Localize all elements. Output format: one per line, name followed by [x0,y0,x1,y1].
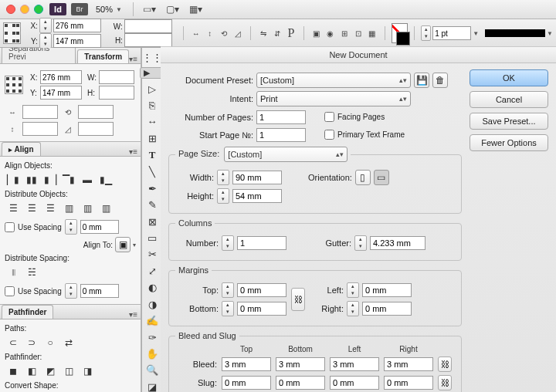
start-page-field[interactable] [256,128,306,142]
zoom-dropdown-icon[interactable]: ▼ [116,6,122,13]
panel-menu-icon[interactable]: ▾≡ [129,55,137,63]
dist-top-icon[interactable]: ☰ [6,202,20,215]
fill-frame-icon[interactable]: ▦ [366,25,378,41]
bleed-left-field[interactable] [330,357,379,371]
stroke-weight-field[interactable] [432,26,471,40]
bleed-right-field[interactable] [384,357,433,371]
panel-x-field[interactable] [40,70,82,84]
scale-x-icon[interactable]: ↔ [190,25,202,41]
preset-select[interactable]: [Custom]▴▾ [256,73,411,88]
tab-separations[interactable]: Separations Previ [2,48,76,63]
ref-point-icon[interactable] [5,76,23,94]
margin-right-field[interactable] [362,302,412,316]
ok-button[interactable]: OK [470,69,548,86]
gradient-feather-icon[interactable]: ◑ [143,297,161,310]
panel-y-field[interactable] [40,86,82,100]
orientation-portrait-icon[interactable]: ▯ [355,170,371,185]
shear-icon[interactable]: ◿ [232,25,244,41]
flip-h-icon[interactable]: ⇋ [257,25,270,41]
scale-x-icon[interactable]: ↔ [5,104,20,120]
tab-transform[interactable]: Transform [77,49,129,63]
exclude-icon[interactable]: ◫ [62,365,76,377]
page-size-select[interactable]: [Custom]▴▾ [224,147,348,162]
pencil-tool-icon[interactable]: ✎ [143,198,161,211]
orientation-landscape-icon[interactable]: ▭ [374,170,389,185]
bridge-app-icon[interactable]: Br [71,3,88,15]
close-path-icon[interactable]: ○ [43,336,57,349]
fit-content-icon[interactable]: ⊞ [338,25,351,41]
scissors-tool-icon[interactable]: ✂ [143,248,161,261]
height-field[interactable] [232,189,282,203]
bleed-top-field[interactable] [222,357,271,371]
link-margins-icon[interactable]: ⛓ [291,288,305,311]
delete-preset-icon[interactable]: 🗑 [432,73,448,88]
zoom-tool-icon[interactable]: 🔍 [143,363,161,377]
fit-frame-icon[interactable]: ⊡ [352,25,364,41]
align-vcenter-icon[interactable]: ▬ [80,174,94,186]
align-bottom-icon[interactable]: ▮▁ [99,174,113,186]
margin-left-field[interactable] [362,283,412,297]
dist-hspace-icon[interactable]: ☵ [25,266,39,279]
stroke-style-icon[interactable] [485,29,545,37]
align-hcenter-icon[interactable]: ▮▮ [25,174,39,186]
save-preset-icon[interactable]: 💾 [414,73,429,88]
window-minimize-icon[interactable] [20,5,29,14]
panel-w-field[interactable] [99,70,134,84]
p-icon[interactable]: P [285,25,297,41]
dist-hcenter-icon[interactable]: ▥ [80,202,94,215]
panel-h-field[interactable] [99,86,134,100]
select-content-icon[interactable]: ◉ [324,25,337,41]
select-container-icon[interactable]: ▣ [310,25,323,41]
content-collector-icon[interactable]: ⊞ [143,132,161,145]
reverse-path-icon[interactable]: ⇄ [62,336,76,349]
gap-tool-icon[interactable]: ↔ [143,115,161,128]
shear-icon[interactable]: ◿ [60,121,76,137]
fill-stroke-swatch-icon[interactable] [392,23,408,43]
intersect-icon[interactable]: ◩ [43,365,57,377]
panel-menu-icon[interactable]: ▾≡ [129,310,137,319]
dist-right-icon[interactable]: ▥ [99,202,113,215]
use-spacing-check[interactable] [5,222,15,232]
gradient-swatch-icon[interactable]: ◐ [143,281,161,294]
link-slug-icon[interactable]: ⛓ [438,375,452,390]
fill-stroke-toggle-icon[interactable]: ◪ [143,380,161,392]
slug-top-field[interactable] [222,376,271,390]
margin-bottom-field[interactable] [237,302,286,316]
pen-tool-icon[interactable]: ✒ [143,182,161,195]
width-field[interactable] [232,171,282,184]
join-path-icon[interactable]: ⊂ [6,336,20,349]
view-options-icon[interactable]: ▭▾ [141,2,158,16]
type-tool-icon[interactable]: T [143,148,161,162]
panel-menu-icon[interactable]: ▾≡ [129,147,137,156]
fewer-options-button[interactable]: Fewer Options [470,134,548,151]
align-to-icon[interactable]: ▣ [115,237,131,252]
margin-top-field[interactable] [237,283,286,297]
slug-right-field[interactable] [384,376,433,390]
flip-v-icon[interactable]: ⇵ [271,25,283,41]
dist-vspace-icon[interactable]: ⫴ [6,266,20,279]
subtract-icon[interactable]: ◧ [25,365,39,377]
link-bleed-icon[interactable]: ⛓ [438,357,452,372]
facing-pages-check[interactable] [324,112,334,122]
add-icon[interactable]: ◼ [6,365,20,377]
y-field[interactable] [53,34,101,48]
zoom-value[interactable]: 50% [96,5,113,14]
tab-align[interactable]: ▸ Align [2,142,41,156]
transform-tool-icon[interactable]: ⤢ [143,265,161,278]
window-close-icon[interactable] [6,5,15,14]
h-field[interactable] [124,33,172,47]
dist-vcenter-icon[interactable]: ☰ [25,202,39,215]
arrange-docs-icon[interactable]: ▦▾ [188,2,205,16]
cancel-button[interactable]: Cancel [470,91,548,108]
columns-field[interactable] [237,236,286,250]
scale-y-icon[interactable]: ↕ [204,25,216,41]
tab-pathfinder[interactable]: Pathfinder [2,305,53,319]
use-spacing-check-2[interactable] [5,286,15,296]
gutter-field[interactable] [370,236,425,250]
slug-left-field[interactable] [330,376,379,390]
direct-select-tool-icon[interactable]: ▷ [143,82,161,95]
align-right-icon[interactable]: ▮▕ [43,174,57,186]
minus-back-icon[interactable]: ◨ [80,365,94,377]
reference-point-icon[interactable] [3,22,21,44]
screen-mode-icon[interactable]: ▢▾ [164,2,181,16]
